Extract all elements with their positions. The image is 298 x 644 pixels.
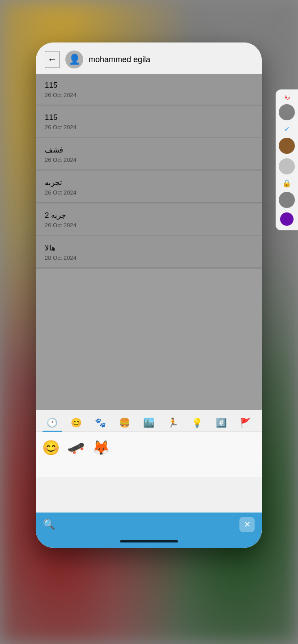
home-indicator	[36, 537, 262, 548]
item-date: 26 Oct 2024	[45, 189, 253, 196]
tab-travel[interactable]: 🏙️	[137, 414, 161, 432]
emoji-keyboard: 🕐 😊 🐾 🍔 🏙️ 🏃 💡 #️⃣	[36, 410, 262, 548]
running-icon: 🏃	[167, 417, 179, 428]
tab-animals[interactable]: 🐾	[89, 414, 113, 432]
rp-avatar-3[interactable]	[279, 158, 295, 174]
search-button[interactable]: 🔍	[43, 519, 55, 530]
emoji-search-bar: 🔍 ✕	[36, 513, 262, 537]
smiley-icon: 😊	[71, 417, 82, 428]
emoji-skateboarder[interactable]: 🛹	[65, 437, 87, 471]
flag-icon: 🚩	[240, 417, 251, 428]
item-title: تجربه	[45, 178, 253, 187]
username-label: mohammed egila	[89, 55, 150, 64]
item-title: 115	[45, 113, 253, 122]
close-button[interactable]: ✕	[239, 517, 255, 532]
chat-list: 115 26 Oct 2024 115 26 Oct 2024 فشف 26 O…	[36, 74, 262, 269]
item-title: فشف	[45, 145, 253, 155]
empty-space	[36, 477, 262, 513]
emoji-fox[interactable]: 🦊	[90, 437, 112, 471]
header: ← 👤 mohammed egila	[36, 42, 262, 74]
list-item[interactable]: هالا 28 Oct 2024	[36, 236, 262, 268]
tab-food[interactable]: 🍔	[113, 414, 137, 432]
bulb-icon: 💡	[192, 417, 203, 428]
tab-flags[interactable]: 🚩	[233, 414, 257, 432]
rp-lock-icon: 🔒	[282, 179, 291, 187]
emoji-happy[interactable]: 😊	[40, 437, 62, 471]
food-icon: 🍔	[119, 417, 130, 428]
rp-avatar-4[interactable]	[279, 192, 295, 208]
right-panel: رة ✓ 🔒	[276, 89, 298, 230]
rp-verified-icon: ✓	[284, 125, 290, 133]
item-date: 26 Oct 2024	[45, 124, 253, 131]
tab-activities[interactable]: 🏃	[161, 414, 185, 432]
paw-icon: 🐾	[95, 417, 106, 428]
avatar-icon: 👤	[68, 54, 81, 65]
item-title: هالا	[45, 243, 253, 253]
list-item[interactable]: فشف 26 Oct 2024	[36, 138, 262, 170]
building-icon: 🏙️	[143, 417, 154, 428]
list-item[interactable]: تجربه 26 Oct 2024	[36, 171, 262, 203]
item-date: 26 Oct 2024	[45, 157, 253, 163]
item-date: 28 Oct 2024	[45, 254, 253, 261]
symbol-icon: #️⃣	[216, 417, 227, 428]
item-date: 26 Oct 2024	[45, 92, 253, 98]
list-item[interactable]: جربه 2 26 Oct 2024	[36, 203, 262, 235]
rp-arabic-text: رة	[285, 94, 289, 100]
item-title: جربه 2	[45, 211, 253, 220]
tab-smileys[interactable]: 😊	[64, 414, 89, 432]
rp-avatar-2[interactable]	[279, 138, 295, 154]
back-button[interactable]: ←	[45, 51, 60, 68]
avatar: 👤	[65, 51, 83, 68]
tab-objects[interactable]: 💡	[185, 414, 209, 432]
list-item[interactable]: 115 26 Oct 2024	[36, 74, 262, 105]
home-bar	[120, 540, 178, 542]
emoji-grid: 😊 🛹 🦊	[36, 432, 262, 477]
rp-purple-dot[interactable]	[280, 212, 294, 226]
emoji-tabs: 🕐 😊 🐾 🍔 🏙️ 🏃 💡 #️⃣	[36, 410, 262, 432]
item-date: 26 Oct 2024	[45, 222, 253, 229]
phone-frame: ← 👤 mohammed egila 115 26 Oct 2024 115 2…	[36, 42, 262, 548]
list-container: 115 26 Oct 2024 115 26 Oct 2024 فشف 26 O…	[36, 74, 262, 268]
rp-avatar-1[interactable]	[279, 104, 295, 120]
tab-symbols[interactable]: #️⃣	[209, 414, 233, 432]
tab-recent[interactable]: 🕐	[40, 414, 64, 432]
list-item[interactable]: 115 26 Oct 2024	[36, 106, 262, 137]
item-title: 115	[45, 81, 253, 90]
clock-icon: 🕐	[47, 417, 58, 428]
